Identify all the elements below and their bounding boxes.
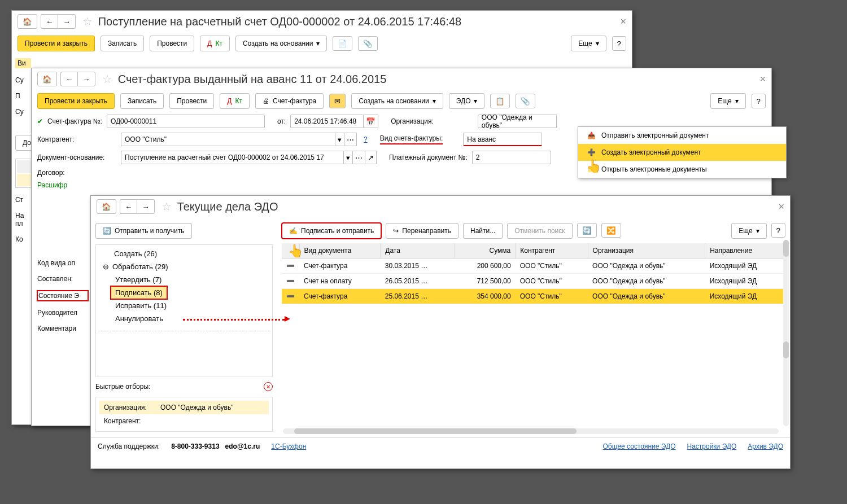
decode-link[interactable]: Расшифр [37, 181, 67, 189]
link-state[interactable]: Общее состояние ЭДО [602, 442, 675, 450]
find-button[interactable]: Найти... [463, 223, 503, 239]
type-input[interactable]: На аванс [463, 133, 542, 146]
tree-sign[interactable]: Подписать (8) [111, 286, 167, 299]
win1-toolbar: Провести и закрыть Записать Провести ДКт… [12, 32, 632, 55]
back-button[interactable]: ← [120, 199, 137, 214]
create-based-button[interactable]: Создать на основании ▾ [235, 36, 328, 51]
col-dir[interactable]: Направление [705, 243, 785, 258]
tree-process[interactable]: ⊖Обработать (29) [98, 260, 270, 273]
link-archive[interactable]: Архив ЭДО [748, 442, 783, 450]
edo-create-item[interactable]: ➕Создать электронный документ [578, 144, 786, 161]
star-icon[interactable]: ☆ [161, 200, 172, 213]
col-counter[interactable]: Контрагент [516, 243, 588, 258]
win1-title: Поступление на расчетный счет ОД00-00000… [98, 15, 617, 28]
footer: Служба поддержки: 8-800-333-9313 edo@1c.… [91, 437, 790, 455]
paydoc-label: Платежный документ №: [389, 154, 468, 161]
cancel-search-button[interactable]: Отменить поиск [507, 223, 572, 239]
forward-button[interactable]: → [77, 72, 95, 86]
table-row[interactable]: ➖ Счет-фактура25.06.2015 …354 000,00ООО … [282, 289, 785, 304]
struct-icon[interactable]: 📋 [490, 94, 510, 108]
attach-icon[interactable]: 📎 [516, 94, 535, 108]
doc-icon: ➖ [282, 258, 299, 274]
clear-filter-icon[interactable]: ✕ [264, 382, 273, 391]
more-button[interactable]: Еще ▾ [731, 223, 766, 239]
col-sum[interactable]: Сумма [454, 243, 516, 258]
star-icon[interactable]: ☆ [82, 15, 93, 28]
dropdown-icon[interactable]: ▾ [344, 151, 353, 164]
forward-button[interactable]: → [58, 14, 75, 29]
edo-send-item[interactable]: 📤Отправить электронный документ [578, 127, 786, 144]
paydoc-input[interactable]: 2 [472, 151, 551, 164]
state-label: Состояние Э [37, 291, 88, 301]
print-invoice-button[interactable]: 🖨 Счет-фактура [255, 93, 324, 109]
help-icon[interactable]: ? [771, 223, 785, 238]
from-date-input[interactable]: 24.06.2015 17:46:48 [290, 115, 364, 128]
close-icon[interactable]: × [759, 73, 766, 85]
report-icon[interactable]: 📄 [333, 36, 352, 51]
calendar-icon[interactable]: 📅 [364, 115, 378, 128]
win1-header: 🏠 ← → ☆ Поступление на расчетный счет ОД… [12, 11, 632, 32]
org-input[interactable]: ООО "Одежда и обувь" [478, 115, 557, 128]
star-icon[interactable]: ☆ [102, 72, 112, 86]
post-close-button[interactable]: Провести и закрыть [18, 36, 95, 51]
table-row[interactable]: ➖ Счет на оплату26.05.2015 …712 500,00ОО… [282, 274, 785, 289]
open-ref-icon[interactable]: ⋯ [344, 133, 357, 146]
send-receive-button[interactable]: 🔄 Отправить и получить [95, 223, 192, 239]
win2-header: 🏠 ← → ☆ Счет-фактура выданный на аванс 1… [32, 68, 771, 90]
col-org[interactable]: Организация [588, 243, 705, 258]
col-date[interactable]: Дата [381, 243, 454, 258]
table-row[interactable]: ➖ Счет-фактура30.03.2015 …200 600,00ООО … [282, 258, 785, 274]
dropdown-icon[interactable]: ▾ [335, 133, 344, 146]
basis-input[interactable]: Поступление на расчетный счет ОД00-00000… [121, 151, 344, 164]
post-close-button[interactable]: Провести и закрыть [37, 93, 115, 109]
help-icon[interactable]: ? [612, 36, 626, 51]
create-based-button[interactable]: Создать на основании ▾ [351, 93, 443, 109]
partial-text: Ви [15, 58, 31, 68]
vertical-scrollbar[interactable] [783, 240, 789, 426]
support-link[interactable]: 1С-Бухфон [271, 442, 306, 450]
tree-icon[interactable]: 🔀 [601, 223, 621, 238]
counter-input[interactable]: ООО "Стиль" [121, 133, 335, 146]
inv-no-input[interactable]: ОД00-0000011 [107, 115, 265, 128]
contract-label: Договор: [37, 169, 116, 177]
forward-button[interactable]: → [137, 199, 154, 214]
edo-open-item[interactable]: 📁Открыть электронные документы [578, 161, 786, 178]
open-icon[interactable]: ↗ [365, 151, 377, 164]
from-label: от: [277, 117, 286, 125]
sign-send-button[interactable]: ✍ Подписать и отправить [282, 223, 381, 239]
more-button[interactable]: Еще ▾ [571, 36, 606, 51]
home-button[interactable]: 🏠 [18, 14, 37, 29]
win3-title: Текущие дела ЭДО [177, 200, 775, 213]
save-button[interactable]: Записать [101, 36, 144, 51]
help-link[interactable]: ? [364, 135, 368, 143]
dk-button[interactable]: ДКт [200, 36, 230, 51]
close-icon[interactable]: × [778, 201, 784, 213]
home-button[interactable]: 🏠 [97, 199, 116, 214]
filter-org-value[interactable]: ООО "Одежда и обувь" [157, 402, 268, 413]
tree-fix[interactable]: Исправить (11) [111, 299, 270, 312]
horizontal-scrollbar[interactable] [283, 428, 779, 434]
back-button[interactable]: ← [60, 72, 77, 86]
dk-button[interactable]: ДКт [220, 93, 250, 109]
open-ref-icon[interactable]: ⋯ [353, 151, 365, 164]
post-button[interactable]: Провести [150, 36, 194, 51]
redirect-button[interactable]: ↪ Перенаправить [386, 223, 459, 239]
edo-button[interactable]: ЭДО ▾ [449, 93, 485, 109]
save-button[interactable]: Записать [120, 93, 164, 109]
tree-create[interactable]: Создать (26) [110, 247, 270, 260]
tree: Создать (26) ⊖Обработать (29) Утвердить … [95, 244, 273, 376]
check-icon: ✔ [37, 117, 43, 125]
tree-approve[interactable]: Утвердить (7) [111, 273, 270, 286]
more-button[interactable]: Еще ▾ [710, 93, 745, 109]
link-settings[interactable]: Настройки ЭДО [687, 442, 736, 450]
back-button[interactable]: ← [41, 14, 58, 29]
post-button[interactable]: Провести [169, 93, 214, 109]
attach-icon[interactable]: 📎 [358, 36, 378, 51]
refresh-icon[interactable]: 🔄 [577, 223, 597, 238]
mail-icon[interactable]: ✉ [329, 94, 346, 108]
close-icon[interactable]: × [620, 16, 626, 28]
send-icon: 📤 [587, 132, 596, 139]
help-icon[interactable]: ? [752, 94, 766, 108]
col-doc-type[interactable]: Вид документа [299, 243, 381, 258]
home-button[interactable]: 🏠 [37, 72, 57, 86]
